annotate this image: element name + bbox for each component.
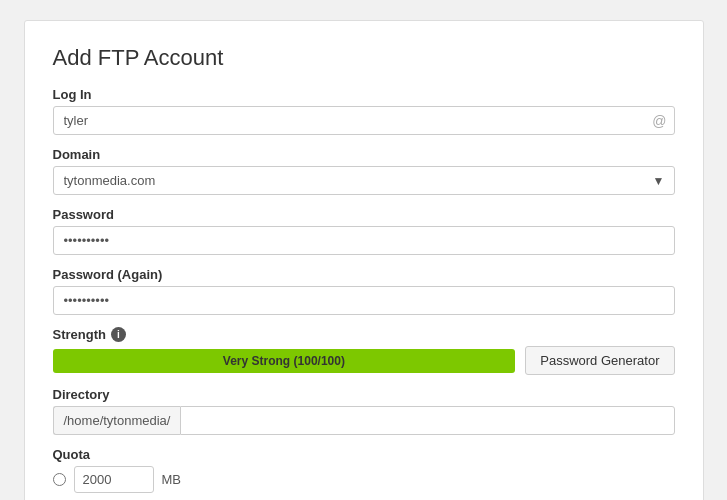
password-input[interactable] bbox=[53, 226, 675, 255]
quota-group: Quota MB Unlimited bbox=[53, 447, 675, 500]
quota-mb-row: MB bbox=[53, 466, 675, 493]
login-input-wrapper: @ bbox=[53, 106, 675, 135]
ftp-account-form: Add FTP Account Log In @ Domain tytonmed… bbox=[24, 20, 704, 500]
strength-group: Strength i Very Strong (100/100) Passwor… bbox=[53, 327, 675, 375]
password-again-group: Password (Again) bbox=[53, 267, 675, 315]
directory-input[interactable] bbox=[180, 406, 674, 435]
strength-label: Strength bbox=[53, 327, 106, 342]
directory-label: Directory bbox=[53, 387, 675, 402]
strength-bar-fill: Very Strong (100/100) bbox=[53, 349, 516, 373]
directory-group: Directory /home/tytonmedia/ bbox=[53, 387, 675, 435]
info-icon: i bbox=[111, 327, 126, 342]
password-group: Password bbox=[53, 207, 675, 255]
quota-unit: MB bbox=[162, 472, 182, 487]
password-again-label: Password (Again) bbox=[53, 267, 675, 282]
login-group: Log In @ bbox=[53, 87, 675, 135]
quota-label: Quota bbox=[53, 447, 675, 462]
login-input[interactable] bbox=[53, 106, 675, 135]
domain-label: Domain bbox=[53, 147, 675, 162]
page-title: Add FTP Account bbox=[53, 45, 675, 71]
quota-radio[interactable] bbox=[53, 473, 66, 486]
password-generator-button[interactable]: Password Generator bbox=[525, 346, 674, 375]
domain-select[interactable]: tytonmedia.com bbox=[53, 166, 675, 195]
domain-group: Domain tytonmedia.com ▼ bbox=[53, 147, 675, 195]
directory-prefix: /home/tytonmedia/ bbox=[53, 406, 181, 435]
strength-bar-container: Very Strong (100/100) bbox=[53, 349, 516, 373]
quota-input[interactable] bbox=[74, 466, 154, 493]
password-label: Password bbox=[53, 207, 675, 222]
strength-text: Very Strong (100/100) bbox=[223, 354, 345, 368]
login-label: Log In bbox=[53, 87, 675, 102]
strength-bar-row: Very Strong (100/100) Password Generator bbox=[53, 346, 675, 375]
directory-row: /home/tytonmedia/ bbox=[53, 406, 675, 435]
password-again-input[interactable] bbox=[53, 286, 675, 315]
strength-label-row: Strength i bbox=[53, 327, 675, 342]
domain-select-wrapper: tytonmedia.com ▼ bbox=[53, 166, 675, 195]
